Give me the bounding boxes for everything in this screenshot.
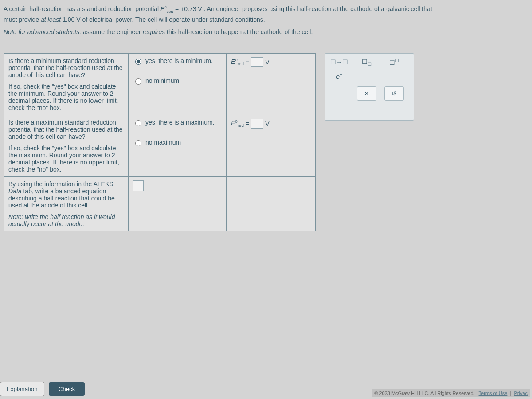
- ered-value: = +0.73 V: [175, 5, 202, 12]
- max-unit: V: [265, 120, 269, 127]
- max-value-input: E0red = V: [231, 119, 270, 129]
- equation-input-box[interactable]: [133, 180, 144, 191]
- reset-button[interactable]: ↺: [384, 86, 404, 101]
- options-cell-max: yes, there is a maximum. no maximum: [129, 115, 227, 176]
- superscript-tool[interactable]: ☐☐: [389, 58, 399, 66]
- max-no-radio[interactable]: [135, 140, 141, 146]
- table-row: By using the information in the ALEKS Da…: [4, 176, 316, 231]
- eq-question: By using the information in the ALEKS Da…: [8, 180, 124, 209]
- max-question: Is there a maximum standard reduction po…: [8, 119, 124, 140]
- privacy-link[interactable]: Privac: [514, 391, 528, 396]
- min-instructions: If so, check the "yes" box and calculate…: [8, 83, 124, 111]
- main-area: Is there a minimum standard reduction po…: [0, 40, 532, 235]
- terms-link[interactable]: Terms of Use: [479, 391, 508, 396]
- max-yes-radio[interactable]: [135, 120, 141, 126]
- table-row: Is there a minimum standard reduction po…: [4, 53, 316, 115]
- min-value-box[interactable]: [251, 57, 263, 67]
- tool-panel: ☐→☐ ☐☐ ☐☐ e− ✕ ↺: [325, 53, 414, 121]
- note-body: assume the engineer requires this half-r…: [83, 28, 313, 35]
- min-no-radio[interactable]: [135, 78, 141, 85]
- subscript-tool[interactable]: ☐☐: [362, 58, 372, 66]
- eq-note: Note: write the half reaction as it woul…: [8, 213, 124, 227]
- question-cell-max: Is there a maximum standard reduction po…: [4, 115, 129, 176]
- note-line: Note for advanced students: assume the e…: [0, 27, 532, 40]
- equation-cell: [129, 176, 227, 231]
- min-unit: V: [265, 59, 269, 66]
- copyright-text: © 2023 McGraw Hill LLC. All Rights Reser…: [374, 391, 474, 396]
- min-yes-label: yes, there is a minimum.: [145, 57, 213, 64]
- input-cell-min: E0red = V: [227, 53, 316, 115]
- ered-formula: E0red: [160, 5, 175, 12]
- copyright-bar: © 2023 McGraw Hill LLC. All Rights Reser…: [372, 389, 530, 397]
- arrow-tool[interactable]: ☐→☐: [330, 59, 348, 66]
- max-yes-option[interactable]: yes, there is a maximum.: [133, 119, 222, 126]
- explanation-button[interactable]: Explanation: [0, 382, 44, 396]
- problem-line1b: . An engineer proposes using this half-r…: [204, 5, 432, 12]
- min-no-option[interactable]: no minimum: [133, 77, 222, 85]
- max-no-label: no maximum: [145, 139, 181, 146]
- note-prefix: Note for advanced students:: [4, 28, 81, 35]
- question-cell-min: Is there a minimum standard reduction po…: [4, 53, 129, 115]
- problem-statement: A certain half-reaction has a standard r…: [0, 0, 532, 27]
- problem-line1a: A certain half-reaction has a standard r…: [4, 5, 160, 12]
- min-yes-radio[interactable]: [135, 59, 141, 65]
- min-no-label: no minimum: [145, 77, 179, 84]
- min-question: Is there a minimum standard reduction po…: [8, 57, 124, 78]
- input-cell-max: E0red = V: [227, 115, 316, 176]
- table-row: Is there a maximum standard reduction po…: [4, 115, 316, 176]
- min-yes-option[interactable]: yes, there is a minimum.: [133, 57, 222, 65]
- options-cell-min: yes, there is a minimum. no minimum: [129, 53, 227, 115]
- question-cell-eq: By using the information in the ALEKS Da…: [4, 176, 129, 231]
- electron-tool[interactable]: e−: [336, 72, 342, 80]
- question-table: Is there a minimum standard reduction po…: [4, 53, 316, 231]
- check-button[interactable]: Check: [49, 382, 85, 396]
- clear-button[interactable]: ✕: [357, 86, 376, 101]
- equation-blank-cell: [227, 176, 316, 231]
- max-yes-label: yes, there is a maximum.: [145, 119, 215, 126]
- max-no-option[interactable]: no maximum: [133, 139, 222, 146]
- min-value-input: E0red = V: [231, 57, 270, 67]
- max-instructions: If so, check the "yes" box and calculate…: [8, 145, 124, 173]
- problem-line2: must provide at least 1.00 V of electric…: [4, 16, 265, 23]
- max-value-box[interactable]: [251, 119, 263, 129]
